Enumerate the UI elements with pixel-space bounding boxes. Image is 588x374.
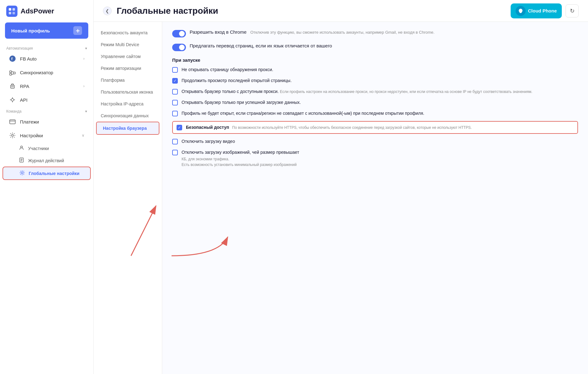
sidebar-item-settings[interactable]: Настройки ∨ — [2, 129, 91, 142]
toggle-slider-allow-chrome — [172, 30, 186, 37]
nav-site-management[interactable]: Управление сайтом — [94, 51, 162, 62]
api-icon — [9, 96, 16, 104]
sidebar-collapse-btn[interactable]: ❮ — [103, 7, 112, 15]
topbar: ❮ Глобальные настройки Cloud Phone ↻ — [94, 0, 588, 22]
cloud-phone-button[interactable]: Cloud Phone — [511, 3, 562, 18]
secure-access-label: Безопасный доступ По возможности использ… — [186, 124, 472, 131]
audit-icon — [19, 157, 24, 164]
logo-icon — [6, 6, 17, 17]
toggle-row-allow-chrome: Разрешить вход в Chrome Отключив эту фун… — [172, 29, 578, 37]
checkbox-no-proxy-detect[interactable] — [172, 67, 178, 73]
automation-section-label: Автоматизация ▾ — [0, 44, 93, 52]
checkbox-row-no-video: Отключить загрузку видео — [172, 138, 578, 145]
new-profile-button[interactable]: Новый профиль ＋ — [5, 22, 88, 39]
no-proxy-detect-label: Не открывать страницу обнаружения прокси… — [182, 66, 273, 73]
svg-rect-9 — [11, 85, 14, 88]
refresh-icon: ↻ — [570, 7, 575, 14]
checkbox-proxy-only[interactable] — [172, 89, 178, 95]
no-images-label: Отключить загрузку изображений, чей разм… — [182, 149, 299, 168]
sidebar: AdsPower Новый профиль ＋ Автоматизация ▾… — [0, 0, 94, 374]
sidebar-item-api[interactable]: API — [2, 93, 91, 107]
checkbox-continue-last[interactable]: ✓ — [172, 78, 178, 84]
translate-label: Предлагать перевод страниц, если их язык… — [190, 43, 332, 48]
proxy-only-label: Открывать браузер только с доступным про… — [182, 88, 532, 95]
toggle-slider-translate — [172, 44, 186, 51]
nav-platform[interactable]: Платформа — [94, 74, 162, 86]
nav-multi-device[interactable]: Режим Multi Device — [94, 39, 162, 51]
payments-label: Платежи — [20, 119, 39, 124]
svg-point-11 — [12, 86, 12, 87]
svg-rect-1 — [12, 8, 15, 11]
fb-auto-chevron: › — [83, 56, 85, 61]
sidebar-sub-members[interactable]: Участники — [2, 142, 91, 154]
svg-rect-3 — [12, 12, 15, 14]
rpa-icon — [9, 82, 16, 90]
cloud-phone-icon — [516, 6, 526, 16]
load-success-label: Открывать браузер только при успешной за… — [182, 99, 301, 106]
checkbox-region-check[interactable] — [172, 111, 178, 116]
content-area: Безопасность аккаунта Режим Multi Device… — [94, 22, 588, 374]
svg-rect-8 — [10, 73, 12, 75]
checkbox-row-no-proxy-detect: Не открывать страницу обнаружения прокси… — [172, 66, 578, 73]
svg-point-12 — [13, 86, 14, 87]
sidebar-sub-global[interactable]: Глобальные настройки — [2, 167, 91, 180]
sidebar-item-sync[interactable]: Синхронизатор — [2, 66, 91, 79]
checkbox-load-success[interactable] — [172, 100, 178, 105]
api-label: API — [20, 97, 27, 103]
checkbox-row-load-success: Открывать браузер только при успешной за… — [172, 99, 578, 106]
logo-text: AdsPower — [21, 7, 54, 15]
no-video-label: Отключить загрузку видео — [182, 138, 235, 145]
continue-last-label: Продолжить просмотр последней открытой с… — [182, 77, 292, 84]
sidebar-sub-audit[interactable]: Журнал действий — [2, 154, 91, 167]
nav-browser-settings[interactable]: Настройка браузера — [96, 122, 159, 135]
team-section-label: Команда ▾ — [0, 107, 93, 115]
svg-rect-6 — [10, 71, 12, 73]
settings-content: Разрешить вход в Chrome Отключив эту фун… — [162, 22, 588, 374]
toggle-allow-chrome[interactable] — [172, 30, 186, 37]
svg-point-15 — [12, 134, 13, 136]
checkbox-no-images[interactable] — [172, 150, 178, 155]
plus-icon: ＋ — [73, 26, 82, 35]
sidebar-item-payments[interactable]: Платежи — [2, 115, 91, 129]
svg-rect-10 — [12, 84, 13, 85]
checkbox-row-no-images: Отключить загрузку изображений, чей разм… — [172, 149, 578, 168]
nav-ip-settings[interactable]: Настройка IP-адреса — [94, 98, 162, 110]
nav-account-security[interactable]: Безопасность аккаунта — [94, 27, 162, 39]
global-settings-icon — [19, 170, 25, 177]
sidebar-item-fb-auto[interactable]: f FB Auto › — [2, 52, 91, 66]
sync-icon — [9, 69, 16, 76]
refresh-button[interactable]: ↻ — [566, 4, 579, 17]
checkbox-no-video[interactable] — [172, 139, 178, 144]
allow-chrome-desc: Отключив эту функцию, вы сможете использ… — [250, 30, 435, 35]
svg-rect-2 — [9, 12, 11, 14]
members-label: Участники — [28, 146, 49, 151]
startup-section-heading: При запуске — [172, 57, 578, 63]
rpa-chevron: › — [83, 84, 85, 88]
sync-label: Синхронизатор — [20, 70, 53, 75]
checkbox-secure-access[interactable]: ✓ — [177, 125, 182, 130]
toggle-translate[interactable] — [172, 44, 186, 51]
page-title: Глобальные настройки — [117, 6, 218, 16]
payments-icon — [9, 118, 16, 125]
nav-data-sync[interactable]: Синхронизация данных — [94, 110, 162, 122]
checkbox-row-continue-last: ✓ Продолжить просмотр последней открытой… — [172, 77, 578, 84]
checkbox-row-secure-access: ✓ Безопасный доступ По возможности испол… — [172, 121, 578, 134]
svg-rect-14 — [10, 120, 15, 124]
fb-auto-label: FB Auto — [20, 56, 36, 61]
checkbox-row-region-check: Профиль не будет открыт, если страна/рег… — [172, 110, 578, 117]
settings-nav: Безопасность аккаунта Режим Multi Device… — [94, 22, 162, 374]
topbar-right: Cloud Phone ↻ — [511, 3, 579, 18]
svg-point-13 — [11, 99, 14, 101]
nav-custom-icon[interactable]: Пользовательская иконка — [94, 86, 162, 98]
audit-label: Журнал действий — [28, 158, 64, 163]
region-check-label: Профиль не будет открыт, если страна/рег… — [182, 110, 424, 117]
settings-chevron: ∨ — [82, 133, 85, 138]
main-content: ❮ Глобальные настройки Cloud Phone ↻ Без… — [94, 0, 588, 374]
members-icon — [19, 145, 24, 152]
fb-auto-icon: f — [9, 55, 16, 62]
sidebar-item-rpa[interactable]: RPA › — [2, 79, 91, 93]
settings-icon — [9, 132, 16, 139]
svg-point-19 — [21, 172, 23, 174]
global-settings-label: Глобальные настройки — [29, 171, 80, 176]
nav-auth-mode[interactable]: Режим авторизации — [94, 62, 162, 74]
